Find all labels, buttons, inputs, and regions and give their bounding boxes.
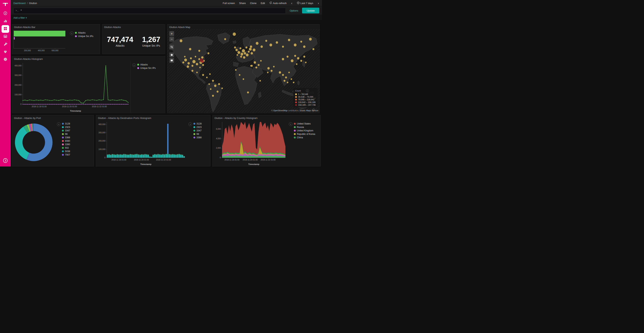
attack-map[interactable]: + − Count ›	[167, 29, 320, 112]
sidebar-item-visualize[interactable]	[2, 18, 9, 25]
legend-item[interactable]: United States	[294, 122, 315, 125]
attack-circle[interactable]	[282, 46, 284, 48]
attack-circle[interactable]	[284, 80, 286, 82]
attacks-bar-chart[interactable]: 200,000400,000600,000	[12, 29, 68, 53]
add-filter-link[interactable]: Add a filter +	[14, 17, 27, 19]
attack-circle[interactable]	[250, 52, 253, 55]
legend-item[interactable]: 3347	[194, 129, 202, 132]
attack-circle[interactable]	[192, 65, 194, 67]
attack-circle[interactable]	[293, 82, 294, 83]
auto-refresh-button[interactable]: Auto-refresh	[269, 2, 287, 5]
legend-item[interactable]: Russia	[294, 126, 315, 129]
attack-circle[interactable]	[279, 71, 281, 74]
attack-circle[interactable]	[282, 74, 284, 76]
attack-circle[interactable]	[258, 64, 260, 66]
attack-circle[interactable]	[290, 78, 292, 80]
legend-item[interactable]: 5038	[62, 150, 70, 153]
attack-circle[interactable]	[294, 55, 296, 57]
attack-circle[interactable]	[265, 40, 268, 42]
attack-circle[interactable]	[212, 95, 214, 97]
attack-circle[interactable]	[269, 44, 272, 47]
legend-item[interactable]: China	[294, 136, 315, 139]
map-legend-item[interactable]: 39,548 – 79,095	[295, 96, 316, 98]
attack-circle[interactable]	[288, 39, 290, 42]
panel-title[interactable]: Glutton Attack Map	[167, 24, 320, 29]
full-screen-button[interactable]: Full screen	[223, 2, 235, 5]
time-range-button[interactable]: Last 7 days	[297, 2, 314, 5]
attack-circle[interactable]	[247, 91, 249, 93]
attack-circle[interactable]	[268, 67, 270, 70]
attack-circle[interactable]	[256, 42, 258, 45]
attack-circle[interactable]	[180, 39, 182, 42]
legend-item[interactable]: 98	[62, 133, 70, 135]
attack-circle[interactable]	[276, 41, 278, 44]
attack-circle[interactable]	[208, 52, 210, 54]
panel-title[interactable]: Glutton Attacks Bar	[12, 24, 100, 29]
attack-circle[interactable]	[238, 51, 240, 54]
attack-circle[interactable]	[196, 72, 198, 73]
attack-circle[interactable]	[202, 61, 204, 63]
legend-item[interactable]: Attacks	[137, 63, 156, 66]
time-back-button[interactable]: ‹	[291, 2, 293, 5]
tmobile-logo[interactable]	[3, 2, 8, 7]
attack-circle[interactable]	[209, 73, 211, 75]
attack-circle[interactable]	[206, 77, 208, 78]
attack-circle[interactable]	[199, 67, 201, 68]
zoom-in-button[interactable]: +	[169, 31, 174, 36]
attack-circle[interactable]	[303, 45, 306, 48]
sidebar-item-grimace[interactable]	[2, 33, 9, 41]
attack-circle[interactable]	[288, 72, 290, 73]
attack-circle[interactable]	[182, 61, 184, 64]
sidebar-collapse-button[interactable]	[3, 158, 8, 164]
attack-circle[interactable]	[240, 53, 244, 56]
attack-circle[interactable]	[244, 52, 246, 55]
legend-item[interactable]: Republic of Korea	[294, 133, 315, 135]
map-legend-item[interactable]: 158,189 – 197,736	[295, 104, 316, 106]
attack-circle[interactable]	[235, 49, 238, 51]
bar-Unique Src IPs[interactable]	[14, 37, 15, 40]
sidebar-item-dashboard[interactable]	[2, 25, 9, 33]
attack-circle[interactable]	[273, 66, 275, 68]
edit-button[interactable]: Edit	[261, 2, 265, 5]
attack-circle[interactable]	[312, 48, 314, 50]
attack-circle[interactable]	[303, 56, 305, 58]
attack-circle[interactable]	[294, 44, 296, 47]
attack-circle[interactable]	[188, 62, 190, 65]
legend-item[interactable]: 98	[194, 133, 202, 135]
options-link[interactable]: Options	[290, 9, 298, 12]
zoom-out-button[interactable]: −	[169, 37, 174, 42]
legend-item[interactable]: 3388	[194, 136, 202, 139]
legend-item[interactable]: 8080	[62, 140, 70, 142]
attack-circle[interactable]	[202, 74, 204, 76]
attack-circle[interactable]	[233, 33, 236, 36]
legend-item[interactable]: 3390	[62, 143, 70, 146]
legend-item[interactable]: 3347	[62, 129, 70, 132]
attack-circle[interactable]	[245, 47, 248, 49]
ports-donut-chart[interactable]	[14, 123, 53, 162]
attack-circle[interactable]	[286, 56, 289, 58]
attack-circle[interactable]	[187, 65, 189, 68]
legend-item[interactable]: 3128	[62, 122, 70, 125]
rectangle-tool-button[interactable]	[169, 58, 174, 63]
attack-circle[interactable]	[198, 50, 200, 52]
attack-circle[interactable]	[252, 49, 256, 52]
attack-circle[interactable]	[243, 56, 246, 59]
attack-circle[interactable]	[305, 62, 307, 63]
attack-circle[interactable]	[297, 57, 300, 60]
attack-circle[interactable]	[240, 47, 242, 49]
attack-circle[interactable]	[224, 38, 226, 40]
attack-circle[interactable]	[240, 56, 242, 58]
clone-button[interactable]: Clone	[250, 2, 256, 5]
attack-circle[interactable]	[249, 48, 252, 51]
crop-tool-button[interactable]	[169, 45, 174, 50]
attack-circle[interactable]	[250, 65, 252, 67]
attack-circle[interactable]	[309, 38, 312, 41]
polygon-tool-button[interactable]	[169, 52, 174, 57]
dest-ports-chart[interactable]: 0100,000200,000300,000400,0002018-11-18 …	[96, 120, 187, 166]
attack-circle[interactable]	[296, 63, 298, 65]
attack-circle[interactable]	[208, 83, 210, 85]
attack-circle[interactable]	[287, 82, 288, 83]
attack-circle[interactable]	[210, 88, 212, 90]
attack-circle[interactable]	[300, 60, 302, 62]
attack-circle[interactable]	[218, 83, 220, 85]
